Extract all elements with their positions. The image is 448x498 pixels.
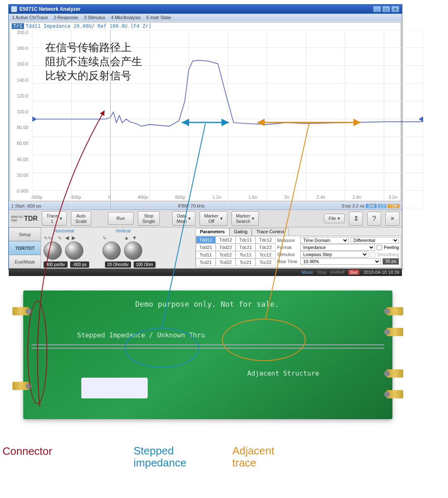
param-cell[interactable]: Tdd12	[216, 236, 236, 244]
horiz-pos-knob[interactable]	[65, 242, 83, 260]
sma-connector-icon	[387, 307, 403, 315]
param-cell[interactable]: Tcd11	[196, 251, 216, 259]
label-connector: Connector	[2, 445, 52, 458]
pcb-text-demo: Demo purpose only. Not for sale.	[135, 300, 279, 308]
param-cell[interactable]: Tdc21	[236, 244, 256, 251]
updown-button[interactable]: ⇕	[349, 212, 363, 226]
param-cell[interactable]: Tcd21	[196, 259, 216, 266]
sma-connector-icon	[387, 328, 403, 336]
pcb-trace-icon	[32, 344, 384, 345]
pcb-text-adjacent: Adjacent Structure	[247, 369, 319, 377]
pcb-trace-icon	[32, 348, 384, 349]
status-meas: Meas	[302, 270, 313, 275]
parameter-grid: Tdd11 Tdd12 Tdc11 Tdc12 Tdd21 Tdd22 Tdc2…	[196, 236, 275, 267]
peeling-checkbox[interactable]	[377, 245, 382, 250]
tab-trace-control[interactable]: Trace Control	[252, 228, 288, 236]
marker-search-button[interactable]: Marker Search▾	[231, 211, 259, 225]
horiz-scale-value: 400 ps/div	[44, 261, 68, 268]
risetime-select[interactable]: 10-90%	[300, 258, 381, 265]
param-cell[interactable]: Tcd12	[216, 251, 236, 259]
label-adjacent: Adjacent trace	[232, 445, 274, 469]
maximize-button[interactable]: □	[382, 6, 390, 12]
trace-desc: Tdd11 Impedance 20.00U/ Ref 100.0U [F4 Z…	[26, 23, 151, 29]
vert-pos-value: 100 Ohm	[134, 261, 156, 268]
svg-marker-23	[419, 116, 423, 122]
run-button[interactable]: Run	[108, 212, 134, 225]
format-select[interactable]: Impedance	[300, 244, 375, 251]
menu-mkr-analysis[interactable]: 4 Mkr/Analysis	[111, 15, 141, 20]
file-button[interactable]: File▾	[324, 214, 345, 223]
stimulus-label: Stimulus	[277, 252, 299, 257]
risetime-value[interactable]: 35 ps	[382, 258, 399, 265]
measure-mode-select[interactable]: Differential	[351, 237, 399, 244]
connector-callout-ellipse	[27, 300, 47, 404]
menu-stimulus[interactable]: 3 Stimulus	[84, 15, 105, 20]
bottom-status-bar: Meas Stop ExtRef Svc 2010-04-10 18:39	[9, 269, 402, 276]
param-cell[interactable]: Tcd22	[216, 259, 236, 266]
stimulus-select[interactable]: Lowpass Step	[300, 251, 368, 258]
horiz-pos-value: -800 ps	[70, 261, 89, 268]
param-cell[interactable]: Tdc12	[256, 236, 275, 244]
status-extref: ExtRef	[331, 270, 344, 275]
sma-connector-icon	[387, 390, 403, 398]
panel-close-button[interactable]: ×	[385, 212, 399, 226]
trace-button[interactable]: Trace 1▾	[42, 211, 67, 225]
horiz-scale-knob[interactable]	[44, 242, 62, 260]
app-icon	[11, 6, 17, 12]
param-cell[interactable]: Tdd21	[196, 244, 216, 251]
chevron-down-icon: ▾	[60, 216, 62, 221]
help-button[interactable]: ?	[367, 212, 381, 226]
measure-select[interactable]: Time Domain	[300, 237, 349, 244]
param-cell[interactable]: Tcc21	[236, 259, 256, 266]
param-cell[interactable]: Tcc11	[236, 251, 256, 259]
down-arrow-icon: ▼	[132, 235, 137, 241]
titlebar: E5071C Network Analyzer _ □ ×	[9, 5, 402, 14]
chevron-down-icon: ▾	[188, 216, 191, 221]
overlay-annotation: 在信号传输路径上 阻抗不连续点会产生 比较大的反射信号	[45, 41, 142, 83]
chevron-down-icon: ▾	[338, 216, 340, 221]
knob-label-horizontal: Horizontal	[54, 228, 74, 233]
tab-gating[interactable]: Gating	[229, 228, 252, 236]
right-arrow-icon: ▶	[72, 235, 75, 241]
tab-setup[interactable]: Setup	[9, 227, 41, 241]
stop-single-button[interactable]: Stop Single	[138, 211, 160, 225]
pcb-photo: Demo purpose only. Not for sale. Stepped…	[23, 290, 392, 419]
menu-active-ch[interactable]: 1 Active Ch/Trace	[12, 15, 48, 20]
param-cell[interactable]: Tdd22	[216, 244, 236, 251]
y-axis: 200.0180.0160.0140.0120.0100.080.0060.00…	[10, 30, 31, 193]
param-cell[interactable]: Tdd11	[196, 236, 216, 244]
param-cell[interactable]: Tdc22	[256, 244, 275, 251]
wave-dense-icon: ∿∿	[44, 235, 52, 241]
app-window: E5071C Network Analyzer _ □ × 1 Active C…	[8, 4, 402, 270]
close-button[interactable]: ×	[391, 6, 399, 12]
data-mem-button[interactable]: Data Mem▾	[172, 211, 195, 225]
risetime-label: Rise Time	[277, 259, 299, 264]
chevron-down-icon: ▾	[252, 216, 254, 221]
knob-label-vertical: Vertical	[116, 228, 131, 233]
sma-connector-icon	[12, 382, 29, 390]
up-arrow-icon: ▲	[124, 235, 129, 241]
vert-scale-knob[interactable]	[102, 242, 121, 260]
tab-eye-mask[interactable]: Eye/Mask	[9, 255, 41, 269]
window-title: E5071C Network Analyzer	[19, 6, 373, 12]
adjacent-callout-ellipse	[222, 319, 306, 361]
control-panel: Setup TDR/TDT Eye/Mask Horizontal Vertic…	[9, 227, 402, 269]
tab-parameters[interactable]: Parameters	[195, 228, 229, 236]
tab-tdr-tdt[interactable]: TDR/TDT	[9, 241, 41, 255]
smoothing-checkbox[interactable]	[370, 252, 375, 257]
param-cell[interactable]: Tcc22	[256, 259, 275, 266]
minimize-button[interactable]: _	[373, 6, 381, 12]
menu-response[interactable]: 2 Response	[54, 15, 78, 20]
param-cell[interactable]: Tcc12	[256, 251, 275, 259]
marker-off-button[interactable]: Marker Off▾	[200, 211, 227, 225]
measure-label: Measure	[277, 238, 299, 243]
menubar: 1 Active Ch/Trace 2 Response 3 Stimulus …	[9, 14, 402, 21]
autoscale-button[interactable]: Auto Scale	[71, 211, 92, 225]
sma-connector-icon	[387, 369, 403, 378]
status-svc: Svc	[348, 270, 359, 275]
menu-instr-state[interactable]: 5 Instr State	[146, 15, 171, 20]
wave-sparse-icon: ∿	[58, 235, 62, 241]
label-stepped: Stepped impedance	[134, 445, 186, 469]
vert-pos-knob[interactable]	[124, 242, 142, 260]
param-cell[interactable]: Tdc11	[236, 236, 256, 244]
